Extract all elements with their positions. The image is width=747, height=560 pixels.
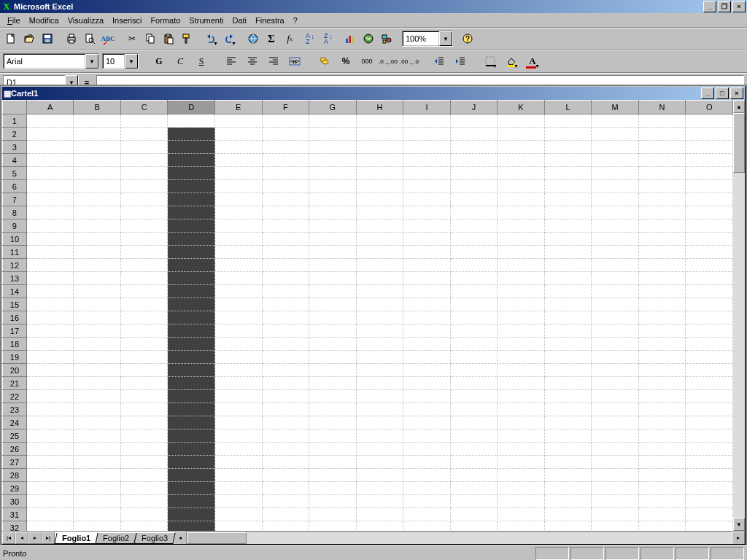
drawing-toolbar-icon[interactable] [378,30,395,47]
cell[interactable] [638,167,686,180]
menu-view[interactable]: Visualizza [63,15,108,26]
cell[interactable] [215,521,263,532]
cell[interactable] [544,482,592,495]
cell[interactable] [638,272,686,285]
cell[interactable] [592,390,639,403]
cell[interactable] [26,128,74,141]
cell[interactable] [403,259,451,272]
bold-button[interactable]: G [150,52,168,70]
cell[interactable] [356,351,403,364]
cell[interactable] [498,285,545,298]
cell[interactable] [168,246,215,259]
cell[interactable] [120,285,168,298]
column-header[interactable]: G [309,101,357,114]
row-header[interactable]: 25 [3,429,27,443]
cell[interactable] [450,272,498,285]
cell[interactable] [498,364,545,377]
cell[interactable] [356,377,403,390]
cell[interactable] [450,338,498,351]
menu-edit[interactable]: Modifica [25,15,63,26]
print-preview-icon[interactable] [81,30,98,47]
cell[interactable] [168,508,215,521]
cell[interactable] [168,233,215,246]
row-header[interactable]: 17 [3,324,27,338]
cell[interactable] [309,521,357,532]
cell[interactable] [168,456,215,469]
cell[interactable] [74,377,121,390]
cell[interactable] [74,259,121,272]
cell[interactable] [168,154,215,167]
cell[interactable] [403,233,451,246]
cell[interactable] [74,521,121,532]
cell[interactable] [262,219,309,233]
cell[interactable] [168,403,215,416]
cell[interactable] [686,167,733,180]
cell[interactable] [309,233,357,246]
cell[interactable] [356,495,403,508]
cell[interactable] [686,377,733,390]
cell[interactable] [592,272,639,285]
cell[interactable] [356,364,403,377]
row-header[interactable]: 10 [3,233,27,246]
cell[interactable] [403,521,451,532]
row-header[interactable]: 12 [3,259,27,272]
cell[interactable] [309,193,357,206]
cell[interactable] [544,469,592,482]
cell[interactable] [26,508,74,521]
cell[interactable] [544,154,592,167]
cell[interactable] [262,259,309,272]
cell[interactable] [74,469,121,482]
cell[interactable] [403,364,451,377]
cell[interactable] [168,521,215,532]
cell[interactable] [498,338,545,351]
borders-icon[interactable]: ▼ [481,52,499,70]
cell[interactable] [592,219,639,233]
sheet-tab-3[interactable]: Foglio3 [134,533,176,544]
cell[interactable] [356,141,403,154]
cell[interactable] [215,469,263,482]
cell[interactable] [498,246,545,259]
cell[interactable] [638,141,686,154]
cell[interactable] [592,206,639,219]
cell[interactable] [262,246,309,259]
cell[interactable] [74,416,121,429]
cell[interactable] [450,233,498,246]
cell[interactable] [498,141,545,154]
cell[interactable] [168,324,215,338]
cell[interactable] [262,141,309,154]
cell[interactable] [120,390,168,403]
cell[interactable] [450,521,498,532]
column-header[interactable]: O [686,101,733,114]
cell[interactable] [356,114,403,128]
cell[interactable] [120,429,168,443]
spellcheck-icon[interactable]: ABC✓ [99,30,117,47]
cell[interactable] [403,469,451,482]
column-header[interactable]: A [26,101,74,114]
cell[interactable] [26,351,74,364]
cell[interactable] [215,338,263,351]
row-header[interactable]: 2 [3,128,27,141]
cell[interactable] [450,246,498,259]
column-header[interactable]: L [544,101,592,114]
row-header[interactable]: 3 [3,141,27,154]
workbook-minimize-button[interactable]: _ [701,88,714,99]
cell[interactable] [403,246,451,259]
cell[interactable] [168,298,215,311]
cell[interactable] [544,429,592,443]
cell[interactable] [168,259,215,272]
row-header[interactable]: 11 [3,246,27,259]
cell[interactable] [592,429,639,443]
cell[interactable] [215,403,263,416]
cell[interactable] [686,469,733,482]
cell[interactable] [638,311,686,324]
cell[interactable] [638,390,686,403]
cell[interactable] [498,298,545,311]
cell[interactable] [592,141,639,154]
menu-file[interactable]: File [3,15,25,26]
cell[interactable] [450,390,498,403]
cell[interactable] [74,219,121,233]
cell[interactable] [120,521,168,532]
cell[interactable] [356,193,403,206]
tab-prev-button[interactable]: ◂ [15,532,28,544]
cell[interactable] [686,429,733,443]
